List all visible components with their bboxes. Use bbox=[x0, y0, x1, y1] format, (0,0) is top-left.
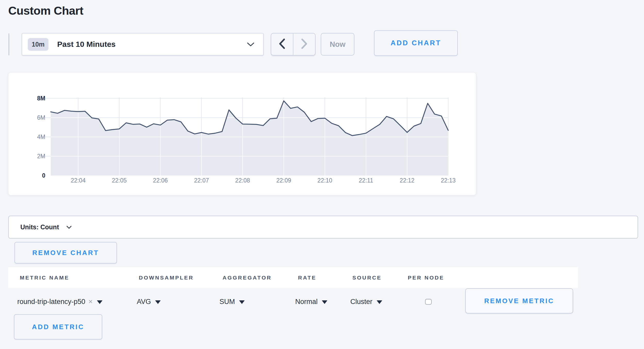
svg-text:6M: 6M bbox=[37, 114, 45, 121]
svg-text:22:10: 22:10 bbox=[317, 177, 332, 184]
remove-chart-button[interactable]: REMOVE CHART bbox=[14, 242, 117, 264]
svg-text:22:07: 22:07 bbox=[194, 177, 209, 184]
time-range-select[interactable]: 10m Past 10 Minutes bbox=[22, 33, 264, 56]
column-header-per-node: PER NODE bbox=[408, 267, 444, 288]
metric-name-value: round-trip-latency-p50 bbox=[17, 298, 85, 306]
timeseries-area-chart[interactable]: 02M4M6M8M22:0422:0522:0622:0722:0822:092… bbox=[9, 73, 476, 196]
aggregator-value: SUM bbox=[219, 298, 235, 306]
downsampler-select[interactable]: AVG bbox=[137, 293, 161, 310]
svg-text:4M: 4M bbox=[37, 134, 45, 140]
column-header-source: SOURCE bbox=[352, 267, 382, 288]
chevron-down-icon bbox=[247, 42, 255, 48]
toolbar-accent-divider bbox=[9, 33, 9, 55]
caret-down-icon bbox=[97, 300, 103, 304]
svg-text:22:05: 22:05 bbox=[112, 177, 127, 184]
column-header-aggregator: AGGREGATOR bbox=[223, 267, 272, 288]
svg-text:22:09: 22:09 bbox=[276, 177, 291, 184]
source-value: Cluster bbox=[350, 298, 372, 306]
svg-text:22:08: 22:08 bbox=[235, 177, 250, 184]
units-dropdown-label: Units: Count bbox=[20, 223, 59, 231]
caret-down-icon bbox=[377, 300, 382, 304]
caret-down-icon bbox=[155, 300, 161, 304]
time-forward-button[interactable] bbox=[293, 33, 315, 55]
caret-down-icon bbox=[322, 300, 327, 304]
page-title: Custom Chart bbox=[8, 4, 83, 18]
now-button-label: Now bbox=[330, 40, 345, 49]
aggregator-select[interactable]: SUM bbox=[219, 293, 245, 310]
time-range-badge: 10m bbox=[28, 38, 48, 51]
column-header-downsampler: DOWNSAMPLER bbox=[139, 267, 194, 288]
add-metric-button[interactable]: ADD METRIC bbox=[14, 314, 102, 339]
column-header-metric-name: METRIC NAME bbox=[20, 267, 69, 288]
source-select[interactable]: Cluster bbox=[350, 293, 382, 310]
column-header-rate: RATE bbox=[298, 267, 317, 288]
per-node-checkbox[interactable] bbox=[425, 299, 432, 305]
chevron-down-icon bbox=[66, 225, 72, 230]
chevron-right-icon bbox=[301, 38, 308, 50]
svg-text:22:12: 22:12 bbox=[400, 177, 415, 184]
svg-text:22:04: 22:04 bbox=[71, 177, 86, 184]
svg-text:0: 0 bbox=[42, 172, 45, 179]
custom-chart-page: Custom Chart 10m Past 10 Minutes Now ADD… bbox=[0, 0, 644, 349]
time-range-label: Past 10 Minutes bbox=[57, 40, 116, 49]
chevron-left-icon bbox=[279, 38, 285, 50]
add-chart-button[interactable]: ADD CHART bbox=[374, 30, 458, 56]
clear-metric-icon[interactable]: × bbox=[88, 298, 92, 306]
metrics-table-header: METRIC NAME DOWNSAMPLER AGGREGATOR RATE … bbox=[8, 267, 578, 288]
rate-value: Normal bbox=[295, 298, 318, 306]
svg-text:2M: 2M bbox=[37, 153, 45, 160]
time-back-button[interactable] bbox=[271, 33, 293, 55]
remove-metric-button[interactable]: REMOVE METRIC bbox=[465, 288, 573, 313]
now-button[interactable]: Now bbox=[321, 33, 354, 56]
svg-text:22:06: 22:06 bbox=[153, 177, 168, 184]
time-step-controls bbox=[271, 33, 316, 56]
svg-text:22:13: 22:13 bbox=[441, 177, 456, 184]
add-chart-label: ADD CHART bbox=[391, 39, 441, 47]
chart-card: 02M4M6M8M22:0422:0522:0622:0722:0822:092… bbox=[8, 72, 476, 195]
metric-name-select[interactable]: round-trip-latency-p50 × bbox=[17, 293, 103, 310]
rate-select[interactable]: Normal bbox=[295, 293, 327, 310]
svg-text:8M: 8M bbox=[37, 95, 45, 102]
downsampler-value: AVG bbox=[137, 298, 151, 306]
units-dropdown[interactable]: Units: Count bbox=[8, 216, 638, 239]
svg-text:22:11: 22:11 bbox=[359, 177, 373, 184]
caret-down-icon bbox=[239, 300, 245, 304]
